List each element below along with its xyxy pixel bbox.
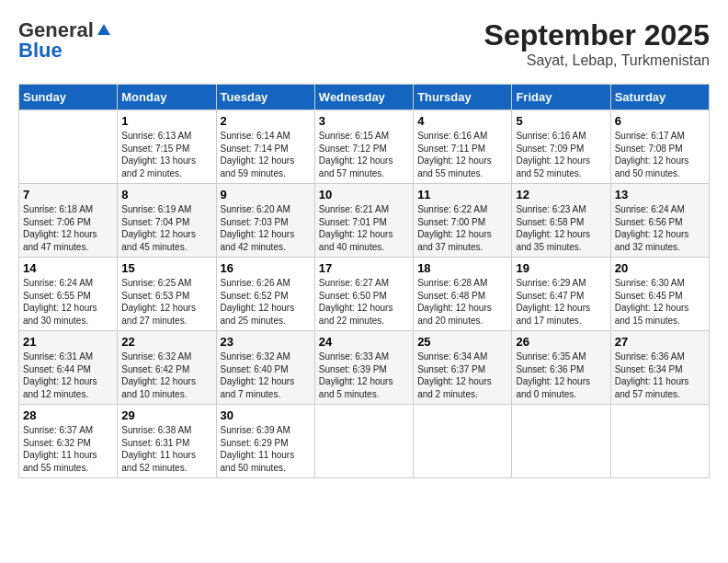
- day-number: 15: [121, 261, 211, 275]
- calendar-cell: 2Sunrise: 6:14 AMSunset: 7:14 PMDaylight…: [216, 110, 314, 184]
- day-number: 6: [615, 114, 705, 128]
- logo: General Blue: [18, 18, 114, 63]
- day-info: Sunrise: 6:39 AMSunset: 6:29 PMDaylight:…: [221, 424, 311, 474]
- calendar-cell: 21Sunrise: 6:31 AMSunset: 6:44 PMDayligh…: [19, 331, 118, 405]
- day-info: Sunrise: 6:20 AMSunset: 7:03 PMDaylight:…: [221, 203, 311, 253]
- day-number: 29: [121, 408, 211, 422]
- weekday-header-wednesday: Wednesday: [314, 85, 413, 110]
- day-number: 13: [615, 188, 705, 201]
- calendar-cell: 24Sunrise: 6:33 AMSunset: 6:39 PMDayligh…: [314, 331, 413, 405]
- day-number: 10: [319, 188, 409, 201]
- calendar-cell: 9Sunrise: 6:20 AMSunset: 7:03 PMDaylight…: [216, 184, 314, 258]
- day-number: 25: [417, 335, 507, 349]
- day-number: 14: [23, 261, 113, 275]
- calendar-cell: 17Sunrise: 6:27 AMSunset: 6:50 PMDayligh…: [314, 258, 413, 331]
- day-info: Sunrise: 6:34 AMSunset: 6:37 PMDaylight:…: [417, 350, 507, 400]
- day-number: 8: [121, 188, 211, 201]
- calendar-cell: 12Sunrise: 6:23 AMSunset: 6:58 PMDayligh…: [512, 184, 610, 258]
- day-info: Sunrise: 6:24 AMSunset: 6:56 PMDaylight:…: [615, 203, 705, 253]
- day-info: Sunrise: 6:22 AMSunset: 7:00 PMDaylight:…: [417, 203, 507, 253]
- day-info: Sunrise: 6:37 AMSunset: 6:32 PMDaylight:…: [23, 424, 113, 474]
- calendar-cell: [512, 405, 610, 478]
- calendar-cell: 28Sunrise: 6:37 AMSunset: 6:32 PMDayligh…: [19, 405, 118, 478]
- calendar-week-row: 7Sunrise: 6:18 AMSunset: 7:06 PMDaylight…: [19, 184, 710, 258]
- weekday-header-saturday: Saturday: [610, 85, 709, 110]
- calendar-cell: 30Sunrise: 6:39 AMSunset: 6:29 PMDayligh…: [216, 405, 314, 478]
- day-info: Sunrise: 6:24 AMSunset: 6:55 PMDaylight:…: [23, 277, 113, 327]
- day-info: Sunrise: 6:21 AMSunset: 7:01 PMDaylight:…: [319, 203, 409, 253]
- calendar-cell: 19Sunrise: 6:29 AMSunset: 6:47 PMDayligh…: [512, 258, 610, 331]
- day-number: 20: [615, 261, 705, 275]
- day-number: 27: [615, 335, 705, 349]
- calendar-cell: 7Sunrise: 6:18 AMSunset: 7:06 PMDaylight…: [19, 184, 118, 258]
- weekday-header-thursday: Thursday: [414, 85, 512, 110]
- calendar-cell: 16Sunrise: 6:26 AMSunset: 6:52 PMDayligh…: [216, 258, 314, 331]
- day-info: Sunrise: 6:23 AMSunset: 6:58 PMDaylight:…: [516, 203, 606, 253]
- day-info: Sunrise: 6:31 AMSunset: 6:44 PMDaylight:…: [23, 350, 113, 400]
- day-info: Sunrise: 6:19 AMSunset: 7:04 PMDaylight:…: [121, 203, 211, 253]
- day-info: Sunrise: 6:38 AMSunset: 6:31 PMDaylight:…: [121, 424, 211, 474]
- day-number: 2: [221, 114, 311, 128]
- weekday-header-sunday: Sunday: [19, 85, 118, 110]
- day-info: Sunrise: 6:27 AMSunset: 6:50 PMDaylight:…: [319, 277, 409, 327]
- day-info: Sunrise: 6:29 AMSunset: 6:47 PMDaylight:…: [516, 277, 606, 327]
- calendar-week-row: 1Sunrise: 6:13 AMSunset: 7:15 PMDaylight…: [19, 110, 710, 184]
- month-title: September 2025: [484, 18, 710, 52]
- calendar-cell: 18Sunrise: 6:28 AMSunset: 6:48 PMDayligh…: [414, 258, 512, 331]
- calendar-cell: 6Sunrise: 6:17 AMSunset: 7:08 PMDaylight…: [610, 110, 709, 184]
- day-number: 28: [23, 408, 113, 422]
- day-info: Sunrise: 6:32 AMSunset: 6:40 PMDaylight:…: [221, 350, 311, 400]
- calendar-cell: 1Sunrise: 6:13 AMSunset: 7:15 PMDaylight…: [118, 110, 216, 184]
- day-info: Sunrise: 6:16 AMSunset: 7:11 PMDaylight:…: [417, 130, 507, 179]
- logo-icon: [96, 22, 112, 39]
- day-number: 19: [516, 261, 606, 275]
- location-title: Sayat, Lebap, Turkmenistan: [484, 52, 710, 69]
- logo-blue: Blue: [18, 39, 63, 63]
- svg-marker-0: [97, 24, 110, 35]
- calendar-cell: 23Sunrise: 6:32 AMSunset: 6:40 PMDayligh…: [216, 331, 314, 405]
- day-number: 5: [516, 114, 606, 128]
- calendar-cell: 8Sunrise: 6:19 AMSunset: 7:04 PMDaylight…: [118, 184, 216, 258]
- day-number: 4: [417, 114, 507, 128]
- calendar-week-row: 21Sunrise: 6:31 AMSunset: 6:44 PMDayligh…: [19, 331, 710, 405]
- day-number: 12: [516, 188, 606, 201]
- calendar-cell: 27Sunrise: 6:36 AMSunset: 6:34 PMDayligh…: [610, 331, 709, 405]
- day-info: Sunrise: 6:32 AMSunset: 6:42 PMDaylight:…: [121, 350, 211, 400]
- day-number: 22: [121, 335, 211, 349]
- day-number: 11: [417, 188, 507, 201]
- day-number: 9: [221, 188, 311, 201]
- calendar-week-row: 28Sunrise: 6:37 AMSunset: 6:32 PMDayligh…: [19, 405, 710, 478]
- calendar-cell: 3Sunrise: 6:15 AMSunset: 7:12 PMDaylight…: [314, 110, 413, 184]
- day-info: Sunrise: 6:16 AMSunset: 7:09 PMDaylight:…: [516, 130, 606, 179]
- day-number: 7: [23, 188, 113, 201]
- day-number: 30: [221, 408, 311, 422]
- calendar-cell: [610, 405, 709, 478]
- day-info: Sunrise: 6:28 AMSunset: 6:48 PMDaylight:…: [417, 277, 507, 327]
- weekday-header-monday: Monday: [118, 85, 216, 110]
- calendar-cell: 25Sunrise: 6:34 AMSunset: 6:37 PMDayligh…: [414, 331, 512, 405]
- day-number: 26: [516, 335, 606, 349]
- weekday-header-row: SundayMondayTuesdayWednesdayThursdayFrid…: [19, 85, 710, 110]
- day-info: Sunrise: 6:14 AMSunset: 7:14 PMDaylight:…: [221, 130, 311, 179]
- day-number: 1: [121, 114, 211, 128]
- calendar-cell: 13Sunrise: 6:24 AMSunset: 6:56 PMDayligh…: [610, 184, 709, 258]
- day-number: 23: [221, 335, 311, 349]
- calendar-week-row: 14Sunrise: 6:24 AMSunset: 6:55 PMDayligh…: [19, 258, 710, 331]
- day-info: Sunrise: 6:13 AMSunset: 7:15 PMDaylight:…: [121, 130, 211, 179]
- calendar-cell: 10Sunrise: 6:21 AMSunset: 7:01 PMDayligh…: [314, 184, 413, 258]
- day-info: Sunrise: 6:30 AMSunset: 6:45 PMDaylight:…: [615, 277, 705, 327]
- day-info: Sunrise: 6:33 AMSunset: 6:39 PMDaylight:…: [319, 350, 409, 400]
- calendar-cell: 5Sunrise: 6:16 AMSunset: 7:09 PMDaylight…: [512, 110, 610, 184]
- day-info: Sunrise: 6:36 AMSunset: 6:34 PMDaylight:…: [615, 350, 705, 400]
- day-info: Sunrise: 6:18 AMSunset: 7:06 PMDaylight:…: [23, 203, 113, 253]
- calendar-cell: 4Sunrise: 6:16 AMSunset: 7:11 PMDaylight…: [414, 110, 512, 184]
- day-info: Sunrise: 6:35 AMSunset: 6:36 PMDaylight:…: [516, 350, 606, 400]
- calendar-cell: [19, 110, 118, 184]
- calendar-cell: 20Sunrise: 6:30 AMSunset: 6:45 PMDayligh…: [610, 258, 709, 331]
- day-number: 3: [319, 114, 409, 128]
- calendar-cell: [314, 405, 413, 478]
- day-number: 16: [221, 261, 311, 275]
- day-number: 17: [319, 261, 409, 275]
- weekday-header-tuesday: Tuesday: [216, 85, 314, 110]
- day-number: 24: [319, 335, 409, 349]
